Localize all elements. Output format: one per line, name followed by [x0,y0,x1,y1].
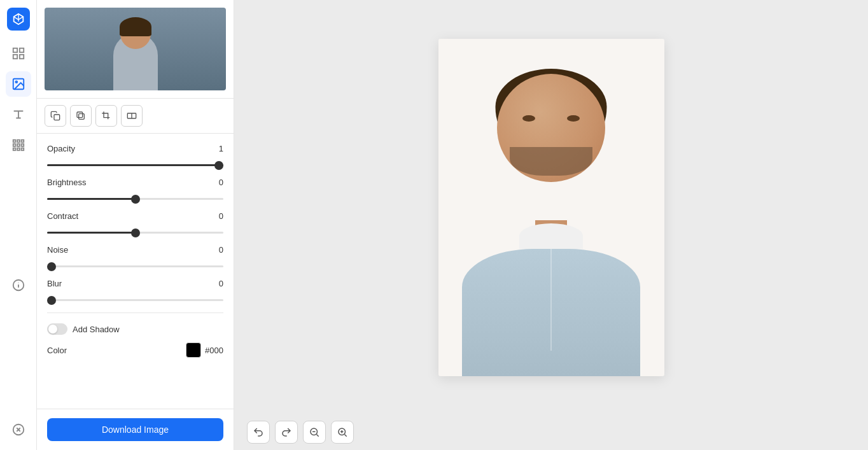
sliders-section: Opacity 1 Brightness 0 Contract 0 Noise [37,134,234,409]
person-container [438,39,664,376]
color-row: Color #000 [47,342,223,358]
opacity-slider-row: Opacity 1 [47,144,223,169]
contrast-label: Contract [47,211,78,221]
redo-button[interactable] [275,421,298,444]
svg-rect-1 [19,48,23,52]
section-divider [47,313,223,313]
contrast-range[interactable] [47,232,223,234]
svg-rect-0 [13,48,17,52]
shadow-section: Add Shadow Color #000 [47,318,223,368]
svg-rect-12 [13,148,15,151]
blur-range[interactable] [47,299,223,301]
svg-rect-2 [13,55,17,59]
svg-rect-20 [79,114,85,120]
svg-rect-21 [77,112,83,118]
crop-button[interactable] [95,105,117,127]
brightness-label: Brightness [47,178,86,187]
blur-slider-row: Blur 0 [47,279,223,304]
opacity-range[interactable] [47,164,223,166]
left-eye [522,115,535,122]
color-hex: #000 [205,346,223,355]
nav-item-grid[interactable] [6,41,31,66]
svg-line-26 [316,434,318,436]
preview-hair [120,17,151,36]
svg-rect-9 [13,144,15,146]
noise-label: Noise [47,245,68,255]
shirt-collar [519,223,583,249]
copy-button[interactable] [45,105,66,127]
shadow-label: Add Shadow [73,325,120,334]
nav-item-image[interactable] [6,71,31,97]
color-label: Color [47,346,67,355]
bottom-toolbar [234,414,868,450]
blur-label: Blur [47,279,62,288]
svg-rect-3 [19,55,23,59]
shirt-line [550,249,552,351]
shadow-toggle[interactable] [47,323,67,335]
noise-value: 0 [219,245,223,255]
brightness-slider-row: Brightness 0 [47,178,223,202]
photo-frame [438,39,664,376]
person-face [497,74,605,182]
svg-line-30 [344,434,346,436]
svg-rect-19 [54,115,60,120]
brightness-value: 0 [219,178,223,187]
svg-rect-11 [21,144,24,146]
app-logo[interactable] [7,8,30,31]
flip-button[interactable] [121,105,143,127]
svg-rect-14 [21,148,24,151]
color-swatch[interactable] [186,342,201,358]
opacity-label: Opacity [47,144,75,153]
nav-item-pattern[interactable] [6,132,31,158]
undo-button[interactable] [247,421,270,444]
preview-image [45,8,226,90]
download-btn-area: Download Image [37,409,234,450]
color-swatch-row: #000 [186,342,223,358]
svg-rect-10 [17,144,20,146]
opacity-value: 1 [219,144,223,153]
noise-range[interactable] [47,265,223,267]
svg-rect-13 [17,148,20,151]
person-body [462,249,640,376]
shadow-toggle-row: Add Shadow [47,323,223,335]
download-button[interactable]: Download Image [47,418,223,441]
contrast-slider-row: Contract 0 [47,211,223,236]
svg-rect-6 [13,140,15,143]
nav-item-info[interactable] [6,272,31,298]
toolbar-row [37,99,234,134]
svg-rect-8 [21,140,24,143]
brightness-range[interactable] [47,198,223,200]
svg-point-5 [15,81,17,83]
contrast-value: 0 [219,211,223,221]
canvas-area [234,0,868,414]
zoom-in-button[interactable] [331,421,354,444]
blur-value: 0 [219,279,223,288]
toggle-knob [48,325,57,334]
main-area [234,0,868,450]
left-panel: Opacity 1 Brightness 0 Contract 0 Noise [37,0,234,450]
nav-item-close[interactable] [6,417,31,442]
zoom-out-button[interactable] [303,421,326,444]
beard [510,147,592,176]
svg-rect-7 [17,140,20,143]
right-eye [567,115,580,122]
image-preview-area [37,0,234,99]
nav-sidebar [0,0,37,450]
nav-item-text[interactable] [6,102,31,127]
noise-slider-row: Noise 0 [47,245,223,270]
duplicate-button[interactable] [70,105,92,127]
